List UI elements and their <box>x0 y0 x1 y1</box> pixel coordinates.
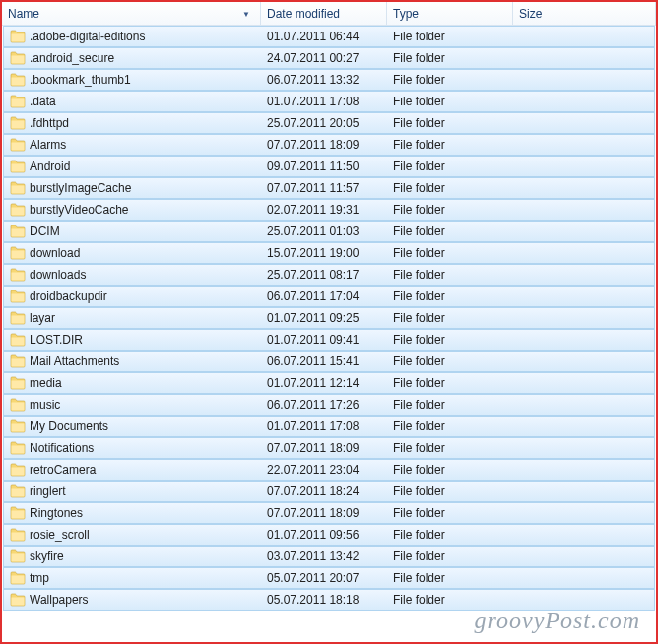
column-header-size[interactable]: Size <box>513 2 656 25</box>
file-row[interactable]: .adobe-digital-editions01.07.2011 06:44F… <box>3 26 655 47</box>
file-row[interactable]: .fdhttpd25.07.2011 20:05File folder <box>3 112 655 134</box>
file-type-cell: File folder <box>387 116 513 130</box>
file-name-cell: .data <box>4 95 261 108</box>
folder-icon <box>10 484 26 498</box>
file-row[interactable]: .android_secure24.07.2011 00:27File fold… <box>3 47 655 69</box>
folder-icon <box>10 268 26 282</box>
file-name-label: ringlert <box>30 484 66 498</box>
file-row[interactable]: rosie_scroll01.07.2011 09:56File folder <box>3 524 655 546</box>
file-date-cell: 02.07.2011 19:31 <box>261 203 387 217</box>
column-header-name[interactable]: Name ▼ <box>2 2 261 25</box>
file-type-cell: File folder <box>387 30 513 43</box>
file-name-label: Wallpapers <box>30 593 89 607</box>
file-type-cell: File folder <box>387 398 513 412</box>
file-row[interactable]: retroCamera22.07.2011 23:04File folder <box>3 459 655 481</box>
file-date-cell: 06.07.2011 17:26 <box>261 398 387 412</box>
file-name-cell: Ringtones <box>4 506 261 520</box>
folder-icon <box>10 571 26 585</box>
file-date-cell: 03.07.2011 13:42 <box>261 549 387 563</box>
file-type-cell: File folder <box>387 528 513 542</box>
file-date-cell: 07.07.2011 18:09 <box>261 441 387 455</box>
file-name-label: Ringtones <box>30 506 83 520</box>
file-type-cell: File folder <box>387 181 513 195</box>
file-row[interactable]: layar01.07.2011 09:25File folder <box>3 307 655 329</box>
file-row[interactable]: Ringtones07.07.2011 18:09File folder <box>3 502 655 524</box>
file-type-cell: File folder <box>387 333 513 347</box>
file-row[interactable]: .bookmark_thumb106.07.2011 13:32File fol… <box>3 69 655 91</box>
file-name-label: media <box>30 376 62 390</box>
file-name-label: downloads <box>30 268 86 282</box>
file-date-cell: 01.07.2011 06:44 <box>261 30 387 43</box>
file-date-cell: 01.07.2011 17:08 <box>261 95 387 108</box>
file-name-label: retroCamera <box>30 463 96 477</box>
file-row[interactable]: LOST.DIR01.07.2011 09:41File folder <box>3 329 655 351</box>
file-type-cell: File folder <box>387 203 513 217</box>
folder-icon <box>10 116 26 130</box>
file-name-cell: burstlyImageCache <box>4 181 261 195</box>
file-date-cell: 25.07.2011 01:03 <box>261 225 387 238</box>
file-type-cell: File folder <box>387 290 513 303</box>
file-name-cell: burstlyVideoCache <box>4 203 261 217</box>
file-row[interactable]: Notifications07.07.2011 18:09File folder <box>3 437 655 459</box>
folder-icon <box>10 419 26 433</box>
column-header-type-label: Type <box>393 7 419 21</box>
folder-icon <box>10 506 26 520</box>
file-date-cell: 09.07.2011 11:50 <box>261 160 387 173</box>
file-name-cell: Alarms <box>4 138 261 152</box>
file-date-cell: 05.07.2011 20:07 <box>261 571 387 585</box>
file-name-cell: Notifications <box>4 441 261 455</box>
file-date-cell: 01.07.2011 12:14 <box>261 376 387 390</box>
file-name-cell: downloads <box>4 268 261 282</box>
column-header-date[interactable]: Date modified <box>261 2 387 25</box>
file-name-label: skyfire <box>30 549 64 563</box>
file-name-label: Mail Attachments <box>30 354 119 368</box>
file-row[interactable]: downloads25.07.2011 08:17File folder <box>3 264 655 286</box>
folder-icon <box>10 593 26 607</box>
folder-icon <box>10 441 26 455</box>
folder-icon <box>10 160 26 173</box>
file-name-cell: download <box>4 246 261 260</box>
file-list: .adobe-digital-editions01.07.2011 06:44F… <box>2 26 656 611</box>
folder-icon <box>10 549 26 563</box>
file-row[interactable]: skyfire03.07.2011 13:42File folder <box>3 546 655 567</box>
file-date-cell: 05.07.2011 18:18 <box>261 593 387 607</box>
file-row[interactable]: music06.07.2011 17:26File folder <box>3 394 655 416</box>
file-date-cell: 06.07.2011 17:04 <box>261 290 387 303</box>
file-name-cell: Mail Attachments <box>4 354 261 368</box>
column-header-type[interactable]: Type <box>387 2 513 25</box>
file-row[interactable]: download15.07.2011 19:00File folder <box>3 242 655 264</box>
file-date-cell: 01.07.2011 09:25 <box>261 311 387 325</box>
sort-arrow-icon: ▼ <box>242 9 250 18</box>
file-row[interactable]: burstlyVideoCache02.07.2011 19:31File fo… <box>3 199 655 221</box>
file-row[interactable]: ringlert07.07.2011 18:24File folder <box>3 481 655 502</box>
folder-icon <box>10 311 26 325</box>
file-date-cell: 06.07.2011 13:32 <box>261 73 387 87</box>
folder-icon <box>10 225 26 238</box>
column-header-size-label: Size <box>519 7 542 21</box>
file-type-cell: File folder <box>387 246 513 260</box>
file-name-label: .data <box>30 95 56 108</box>
file-row[interactable]: DCIM25.07.2011 01:03File folder <box>3 221 655 242</box>
file-name-label: My Documents <box>30 419 108 433</box>
file-row[interactable]: droidbackupdir06.07.2011 17:04File folde… <box>3 286 655 307</box>
file-date-cell: 07.07.2011 18:09 <box>261 506 387 520</box>
file-row[interactable]: Alarms07.07.2011 18:09File folder <box>3 134 655 156</box>
file-name-cell: .fdhttpd <box>4 116 261 130</box>
folder-icon <box>10 528 26 542</box>
file-name-label: layar <box>30 311 55 325</box>
file-name-cell: LOST.DIR <box>4 333 261 347</box>
column-header-name-label: Name <box>8 7 39 21</box>
file-name-cell: My Documents <box>4 419 261 433</box>
file-row[interactable]: media01.07.2011 12:14File folder <box>3 372 655 394</box>
file-type-cell: File folder <box>387 419 513 433</box>
file-row[interactable]: My Documents01.07.2011 17:08File folder <box>3 416 655 437</box>
file-type-cell: File folder <box>387 51 513 65</box>
file-row[interactable]: .data01.07.2011 17:08File folder <box>3 91 655 112</box>
file-row[interactable]: burstlyImageCache07.07.2011 11:57File fo… <box>3 177 655 199</box>
folder-icon <box>10 290 26 303</box>
file-type-cell: File folder <box>387 593 513 607</box>
file-row[interactable]: Mail Attachments06.07.2011 15:41File fol… <box>3 351 655 372</box>
file-row[interactable]: Android09.07.2011 11:50File folder <box>3 156 655 177</box>
file-date-cell: 06.07.2011 15:41 <box>261 354 387 368</box>
file-row[interactable]: tmp05.07.2011 20:07File folder <box>3 567 655 589</box>
